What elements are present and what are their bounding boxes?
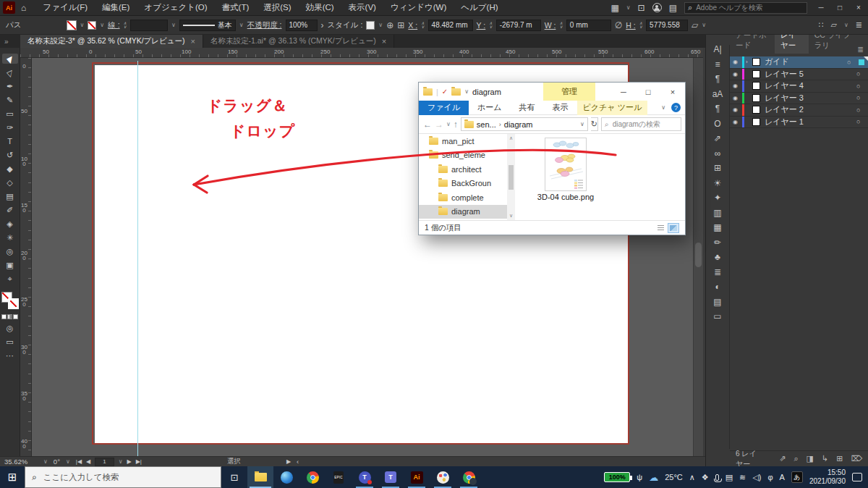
menu-effect[interactable]: 効果(C)	[299, 2, 341, 13]
taskbar-edge[interactable]	[273, 466, 299, 488]
tree-item-complete[interactable]: complete	[419, 190, 507, 205]
shear-icon[interactable]: ▱	[692, 20, 698, 30]
chevron-down-icon[interactable]: ∨	[580, 121, 584, 127]
tab-share[interactable]: 共有	[511, 101, 544, 115]
menu-select[interactable]: 選択(S)	[257, 2, 297, 13]
layer-name[interactable]: レイヤー 3	[765, 93, 856, 104]
file-item[interactable]: 3D-04 cube.png	[526, 138, 605, 201]
tab-picture-tools[interactable]: ピクチャ ツール	[577, 101, 648, 115]
opacity-field[interactable]: 100%	[286, 20, 318, 31]
layer-row-2[interactable]: ◉ レイヤー 2 ○	[730, 104, 868, 117]
layer-thumbnail[interactable]	[752, 94, 760, 102]
x-stepper[interactable]: ∧∨	[421, 22, 424, 29]
fill-stroke-swatches[interactable]	[1, 292, 19, 309]
artboard-number-field[interactable]: 1	[95, 458, 114, 466]
type-tool[interactable]: T	[2, 136, 18, 146]
visibility-eye-icon[interactable]: ◉	[733, 59, 742, 65]
tree-item-send-element[interactable]: send_eleme	[419, 148, 507, 163]
tree-item-background[interactable]: BackGroun	[419, 177, 507, 191]
next-artboard-icon[interactable]: ▶	[127, 458, 132, 465]
target-circle-icon[interactable]: ○	[856, 118, 868, 125]
visibility-eye-icon[interactable]: ◉	[733, 83, 742, 89]
layer-thumbnail[interactable]	[752, 82, 760, 90]
new-sublayer-icon[interactable]: ↳	[822, 454, 828, 463]
color-button[interactable]	[1, 314, 7, 319]
visibility-eye-icon[interactable]: ◉	[733, 106, 742, 113]
opentype-panel-icon[interactable]: O	[714, 119, 720, 128]
distribute-icon[interactable]: ▱	[830, 20, 836, 30]
gradient-panel-icon[interactable]: ▥	[713, 209, 721, 217]
chevron-down-icon[interactable]: ∨	[100, 22, 104, 28]
collapse-ribbon-icon[interactable]: ∨	[661, 104, 665, 111]
minimize-button[interactable]: ─	[812, 4, 830, 12]
menu-type[interactable]: 書式(T)	[216, 2, 256, 13]
x-field[interactable]: 48.482 mm	[428, 20, 473, 31]
preferences-grid-icon[interactable]: ⊞	[397, 20, 404, 30]
recent-locations-icon[interactable]: ∨	[446, 121, 451, 127]
taskbar-chrome-profile[interactable]	[456, 466, 482, 488]
taskbar-search-input[interactable]	[42, 472, 194, 482]
screen-mode-button[interactable]: ▭	[2, 337, 18, 347]
chevron-down-icon[interactable]: ∨	[119, 458, 123, 465]
minimize-button[interactable]: ─	[611, 83, 636, 101]
menu-edit[interactable]: 編集(E)	[95, 2, 136, 13]
panel-menu-icon[interactable]: ≣	[857, 45, 864, 54]
zoom-tool[interactable]: ⌖	[2, 274, 18, 284]
h-stepper[interactable]: ∧∨	[639, 22, 642, 29]
temperature[interactable]: 25°C	[665, 473, 683, 481]
menu-window[interactable]: ウィンドウ(W)	[384, 2, 453, 13]
guide-line[interactable]	[137, 61, 138, 456]
device-icon[interactable]: ▤	[726, 473, 733, 482]
share-screen-icon[interactable]: ⊡	[635, 3, 648, 13]
tab-view[interactable]: 表示	[544, 101, 577, 115]
pen-tool[interactable]: ✒	[2, 81, 18, 91]
gradient-tool[interactable]: ▤	[2, 191, 18, 201]
brush-definition[interactable]: 基本	[179, 20, 236, 31]
target-circle-icon[interactable]: ○	[856, 83, 868, 90]
eraser-tool[interactable]: ◆	[2, 164, 18, 174]
scale-tool[interactable]: ◇	[2, 177, 18, 188]
eyedropper-tool[interactable]: ✐	[2, 205, 18, 215]
close-tab-icon[interactable]: ×	[382, 37, 386, 46]
home-icon[interactable]: ⌂	[18, 3, 29, 13]
close-tab-icon[interactable]: ×	[191, 37, 195, 46]
draw-mode-button[interactable]: ◎	[2, 323, 18, 333]
chevron-down-icon[interactable]: ∨	[464, 88, 469, 95]
direct-selection-tool[interactable]: ▷	[2, 67, 18, 77]
restore-button[interactable]: □	[830, 4, 849, 12]
w-field[interactable]: 0 mm	[566, 20, 611, 31]
wifi-icon[interactable]: ≋	[739, 473, 746, 482]
first-artboard-icon[interactable]: |◀	[76, 458, 82, 465]
paintbrush-tool[interactable]: ✑	[2, 122, 18, 132]
visibility-eye-icon[interactable]: ◉	[733, 71, 742, 77]
taskbar-teams-2[interactable]: T	[378, 466, 404, 488]
menu-help[interactable]: ヘルプ(H)	[454, 2, 504, 13]
taskbar-chrome[interactable]	[299, 466, 326, 488]
layer-row-4[interactable]: ◉ レイヤー 4 ○	[730, 80, 868, 93]
chevron-down-icon[interactable]: ∨	[66, 458, 70, 465]
transparency-panel-icon[interactable]: ◐	[715, 282, 720, 291]
taskbar-epic[interactable]: EPIC	[326, 466, 352, 488]
close-button[interactable]: ×	[660, 83, 685, 101]
illustrator-app-icon[interactable]: Ai	[3, 1, 15, 14]
file-explorer-window[interactable]: | ✓ ∨ diagram 管理 ─ □ × ファイル ホーム 共有 表示 ピク…	[418, 82, 686, 235]
shape-builder-tool[interactable]: ◎	[2, 246, 18, 256]
list-view-icon[interactable]	[655, 223, 666, 233]
panel-menu-icon[interactable]: ≣	[856, 20, 862, 30]
explorer-titlebar[interactable]: | ✓ ∨ diagram 管理 ─ □ ×	[419, 83, 685, 101]
breadcrumb[interactable]: sen... › diagram ∨	[461, 117, 588, 131]
style-swatch[interactable]	[366, 21, 375, 30]
color-panel-icon[interactable]: ✦	[714, 193, 721, 202]
account-icon[interactable]	[652, 3, 662, 12]
fill-swatch[interactable]	[67, 20, 77, 30]
taskbar-explorer[interactable]	[247, 466, 273, 488]
artboards-panel-icon[interactable]: ▭	[713, 312, 721, 321]
chevron-down-icon[interactable]: ∨	[80, 22, 85, 28]
rectangle-tool[interactable]: ▭	[2, 109, 18, 119]
glyphs-panel-icon[interactable]: aA	[712, 90, 723, 98]
visibility-eye-icon[interactable]: ◉	[733, 95, 742, 101]
align-icons[interactable]: ∷	[818, 20, 823, 30]
tree-scrollbar[interactable]: ∧ ∨	[507, 134, 515, 220]
thumbnail-view-icon[interactable]	[668, 223, 679, 233]
y-stepper[interactable]: ∧∨	[489, 22, 492, 29]
